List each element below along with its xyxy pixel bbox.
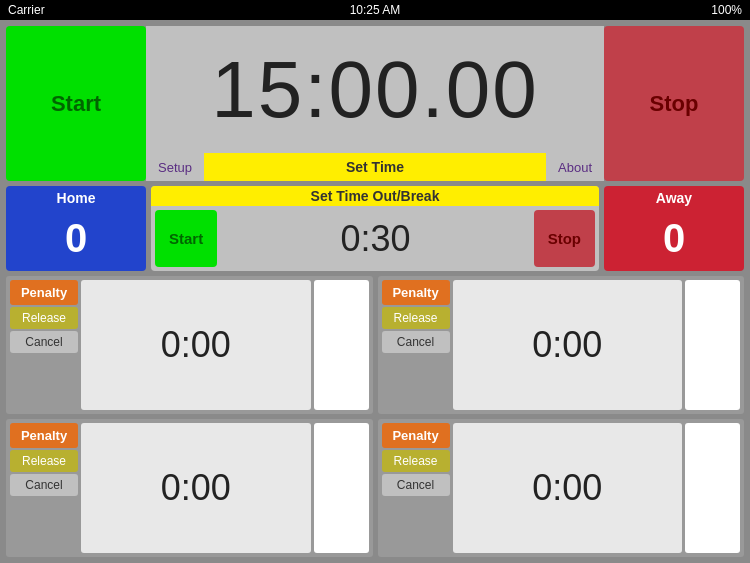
right-bottom-player-box	[685, 423, 740, 553]
middle-section: Home 0 Set Time Out/Break Start 0:30 Sto…	[6, 186, 744, 271]
status-bar: Carrier 10:25 AM 100%	[0, 0, 750, 20]
right-top-cancel-button[interactable]: Cancel	[382, 331, 450, 353]
right-bottom-release-button[interactable]: Release	[382, 450, 450, 472]
left-top-release-button[interactable]: Release	[10, 307, 78, 329]
right-top-penalty-row: Penalty Release Cancel 0:00	[378, 276, 745, 414]
right-bottom-cancel-button[interactable]: Cancel	[382, 474, 450, 496]
away-score: 0	[663, 208, 685, 267]
left-top-penalty-button[interactable]: Penalty	[10, 280, 78, 305]
timeout-timer: 0:30	[221, 218, 529, 260]
left-bottom-penalty-button[interactable]: Penalty	[10, 423, 78, 448]
battery-label: 100%	[711, 3, 742, 17]
left-bottom-controls: Penalty Release Cancel	[10, 423, 78, 553]
top-section: Start 15:00.00 Setup Set Time About Stop	[6, 26, 744, 181]
left-top-controls: Penalty Release Cancel	[10, 280, 78, 410]
main-timer-area: 15:00.00 Setup Set Time About	[146, 26, 604, 181]
right-bottom-controls: Penalty Release Cancel	[382, 423, 450, 553]
right-bottom-penalty-button[interactable]: Penalty	[382, 423, 450, 448]
away-label: Away	[656, 190, 692, 206]
away-panel: Away 0	[604, 186, 744, 271]
home-panel: Home 0	[6, 186, 146, 271]
nav-bar: Setup Set Time About	[146, 153, 604, 181]
timeout-start-button[interactable]: Start	[155, 210, 217, 267]
app-container: Start 15:00.00 Setup Set Time About Stop…	[0, 20, 750, 563]
left-bottom-penalty-row: Penalty Release Cancel 0:00	[6, 419, 373, 557]
left-bottom-release-button[interactable]: Release	[10, 450, 78, 472]
left-top-penalty-timer: 0:00	[81, 280, 311, 410]
left-top-player-box	[314, 280, 369, 410]
left-bottom-player-box	[314, 423, 369, 553]
left-top-penalty-row: Penalty Release Cancel 0:00	[6, 276, 373, 414]
right-top-release-button[interactable]: Release	[382, 307, 450, 329]
set-time-button[interactable]: Set Time	[204, 153, 546, 181]
right-top-penalty-button[interactable]: Penalty	[382, 280, 450, 305]
start-button[interactable]: Start	[6, 26, 146, 181]
right-top-player-box	[685, 280, 740, 410]
left-penalty-half: Penalty Release Cancel 0:00 Penalty Rele…	[6, 276, 373, 557]
left-top-cancel-button[interactable]: Cancel	[10, 331, 78, 353]
carrier-label: Carrier	[8, 3, 45, 17]
right-top-penalty-timer: 0:00	[453, 280, 683, 410]
timeout-label: Set Time Out/Break	[151, 186, 599, 206]
left-bottom-penalty-timer: 0:00	[81, 423, 311, 553]
setup-button[interactable]: Setup	[146, 153, 204, 181]
timeout-panel: Set Time Out/Break Start 0:30 Stop	[151, 186, 599, 271]
timeout-stop-button[interactable]: Stop	[534, 210, 595, 267]
stop-button[interactable]: Stop	[604, 26, 744, 181]
right-top-controls: Penalty Release Cancel	[382, 280, 450, 410]
timeout-controls: Start 0:30 Stop	[151, 206, 599, 271]
main-timer-display: 15:00.00	[146, 26, 604, 153]
time-label: 10:25 AM	[350, 3, 401, 17]
right-bottom-penalty-row: Penalty Release Cancel 0:00	[378, 419, 745, 557]
right-penalty-half: Penalty Release Cancel 0:00 Penalty Rele…	[378, 276, 745, 557]
home-label: Home	[57, 190, 96, 206]
penalty-grid: Penalty Release Cancel 0:00 Penalty Rele…	[6, 276, 744, 557]
left-bottom-cancel-button[interactable]: Cancel	[10, 474, 78, 496]
home-score: 0	[65, 208, 87, 267]
about-button[interactable]: About	[546, 153, 604, 181]
right-bottom-penalty-timer: 0:00	[453, 423, 683, 553]
